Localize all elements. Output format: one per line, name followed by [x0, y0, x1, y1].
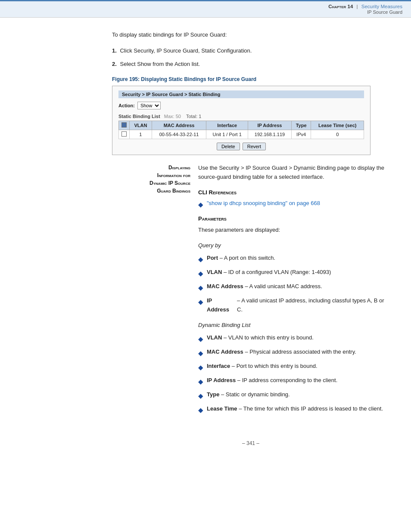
th-checkbox — [119, 121, 130, 130]
step-2-text: Select Show from the Action list. — [120, 61, 200, 67]
binding-list-info: Static Binding List Max: 50 Total: 1 — [118, 114, 364, 119]
section-title: Security Measures — [361, 4, 402, 9]
binding-table: VLAN MAC Address Interface IP Address Ty… — [118, 121, 364, 139]
subsection-title: IP Source Guard — [9, 9, 402, 15]
revert-button[interactable]: Revert — [243, 143, 266, 150]
param-name: Interface — [207, 362, 230, 371]
dynamic-param-item: ◆MAC Address – Physical address associat… — [198, 348, 389, 358]
displaying-section: Displaying Information for Dynamic IP So… — [112, 164, 389, 419]
header-separator: | — [357, 4, 358, 9]
binding-total-value: 1 — [199, 114, 201, 119]
bullet-diamond: ◆ — [198, 297, 203, 307]
table-buttons: Delete Revert — [118, 143, 364, 150]
action-select[interactable]: Show — [137, 102, 161, 109]
param-desc: – Physical address associated with the e… — [245, 348, 356, 357]
params-desc: These parameters are displayed: — [198, 225, 389, 235]
th-mac: MAC Address — [152, 121, 206, 130]
param-name: MAC Address — [207, 282, 243, 291]
param-desc: – Port to which this entry is bound. — [232, 362, 318, 371]
dynamic-param-item: ◆Lease Time – The time for which this IP… — [198, 404, 389, 415]
cli-section: CLI References ◆ "show ip dhcp snooping … — [198, 188, 389, 210]
binding-total-label: Total: — [186, 114, 197, 119]
param-desc: – The time for which this IP address is … — [239, 404, 383, 414]
bullet-diamond: ◆ — [198, 405, 203, 415]
param-name: IP Address — [207, 376, 236, 385]
param-name: IP Address — [207, 296, 235, 314]
param-name: MAC Address — [207, 348, 243, 357]
cli-link[interactable]: "show ip dhcp snooping binding" on page … — [207, 199, 320, 208]
left-column: Displaying Information for Dynamic IP So… — [112, 164, 198, 419]
main-content: To display static bindings for IP Source… — [0, 18, 411, 468]
bullet-diamond: ◆ — [198, 268, 203, 279]
th-vlan: VLAN — [130, 121, 152, 130]
params-heading: Parameters — [198, 214, 389, 224]
dynamic-binding-label: Dynamic Binding List — [198, 320, 389, 330]
param-name: Lease Time — [207, 404, 237, 414]
page-footer: – 341 – — [112, 432, 389, 451]
breadcrumb-bar: Security > IP Source Guard > Static Bind… — [118, 90, 364, 98]
step-1-num: 1. — [112, 47, 117, 54]
th-type: Type — [291, 121, 311, 130]
cli-diamond: ◆ — [198, 199, 203, 210]
binding-max-value: 50 — [176, 114, 181, 119]
query-params-list: ◆Port – A port on this switch.◆VLAN – ID… — [198, 254, 389, 314]
param-name: VLAN — [207, 268, 222, 277]
binding-list-label: Static Binding List — [118, 114, 160, 119]
query-param-item: ◆Port – A port on this switch. — [198, 254, 389, 264]
cli-bullet: ◆ "show ip dhcp snooping binding" on pag… — [198, 199, 389, 210]
query-by-label: Query by — [198, 241, 389, 250]
intro-text: To display static bindings for IP Source… — [112, 31, 389, 40]
param-desc: – A valid unicast IP address, including … — [237, 296, 389, 314]
bullet-diamond: ◆ — [198, 362, 203, 373]
dynamic-params-list: ◆VLAN – VLAN to which this entry is boun… — [198, 333, 389, 415]
table-header-row: VLAN MAC Address Interface IP Address Ty… — [119, 121, 364, 130]
chapter-label: Chapter 14 — [328, 4, 353, 9]
bullet-diamond: ◆ — [198, 283, 203, 293]
heading-line2: Information for — [157, 172, 190, 178]
query-param-item: ◆VLAN – ID of a configured VLAN (Range: … — [198, 268, 389, 279]
heading-line3: Dynamic IP Source — [149, 180, 190, 186]
delete-button[interactable]: Delete — [217, 143, 240, 150]
th-interface: Interface — [206, 121, 248, 130]
heading-line4: Guard Bindings — [157, 188, 190, 194]
right-column: Use the Security > IP Source Guard > Dyn… — [198, 164, 389, 419]
header-checkbox[interactable] — [121, 122, 127, 128]
step-2-num: 2. — [112, 61, 117, 67]
cli-heading: CLI References — [198, 188, 389, 197]
param-desc: – Static or dynamic binding. — [221, 390, 290, 399]
dynamic-param-item: ◆Type – Static or dynamic binding. — [198, 390, 389, 401]
bullet-diamond: ◆ — [198, 348, 203, 358]
header-bar: Chapter 14 | Security Measures IP Source… — [0, 0, 411, 18]
bullet-diamond: ◆ — [198, 391, 203, 401]
th-ip: IP Address — [248, 121, 292, 130]
param-desc: – A port on this switch. — [220, 254, 275, 263]
dynamic-param-item: ◆VLAN – VLAN to which this entry is boun… — [198, 333, 389, 344]
action-label: Action: — [118, 103, 135, 108]
param-desc: – VLAN to which this entry is bound. — [224, 333, 314, 342]
query-param-item: ◆IP Address – A valid unicast IP address… — [198, 296, 389, 314]
query-param-item: ◆MAC Address – A valid unicast MAC addre… — [198, 282, 389, 293]
page-number: – 341 – — [242, 440, 259, 446]
row-checkbox[interactable] — [121, 131, 127, 137]
section-heading: Displaying Information for Dynamic IP So… — [112, 164, 190, 195]
step-1: 1. Click Security, IP Source Guard, Stat… — [112, 47, 389, 56]
heading-line1: Displaying — [168, 165, 190, 171]
step-2: 2. Select Show from the Action list. — [112, 60, 389, 69]
bullet-diamond: ◆ — [198, 254, 203, 264]
action-row: Action: Show — [118, 102, 364, 109]
param-name: VLAN — [207, 333, 222, 342]
param-desc: – A valid unicast MAC address. — [245, 282, 322, 291]
figure-title: Figure 195: Displaying Static Bindings f… — [112, 76, 389, 82]
th-lease: Lease Time (sec) — [311, 121, 364, 130]
param-name: Type — [207, 390, 219, 399]
table-row: 100-55-44-33-22-11Unit 1 / Port 1192.168… — [119, 130, 364, 139]
step-1-text: Click Security, IP Source Guard, Static … — [120, 47, 252, 54]
bullet-diamond: ◆ — [198, 376, 203, 387]
param-desc: – ID of a configured VLAN (Range: 1-4093… — [224, 268, 331, 277]
bullet-diamond: ◆ — [198, 334, 203, 344]
params-section: Parameters These parameters are displaye… — [198, 214, 389, 235]
param-name: Port — [207, 254, 218, 263]
dynamic-param-item: ◆Interface – Port to which this entry is… — [198, 362, 389, 373]
section-desc: Use the Security > IP Source Guard > Dyn… — [198, 164, 389, 182]
binding-max-label: Max: — [164, 114, 174, 119]
